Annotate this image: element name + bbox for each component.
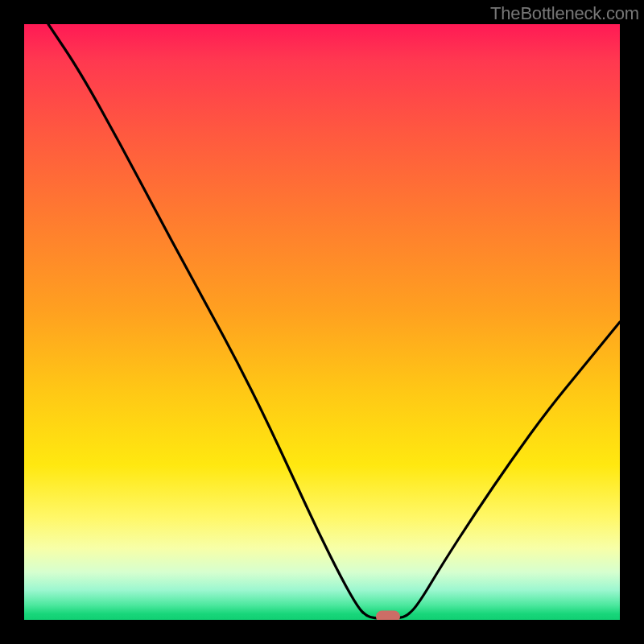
watermark-text: TheBottleneck.com [490, 3, 639, 24]
chart-frame: TheBottleneck.com [0, 0, 644, 644]
curve-svg [24, 24, 620, 620]
plot-area [24, 24, 620, 620]
optimum-marker [376, 611, 400, 621]
bottleneck-curve [48, 24, 620, 618]
